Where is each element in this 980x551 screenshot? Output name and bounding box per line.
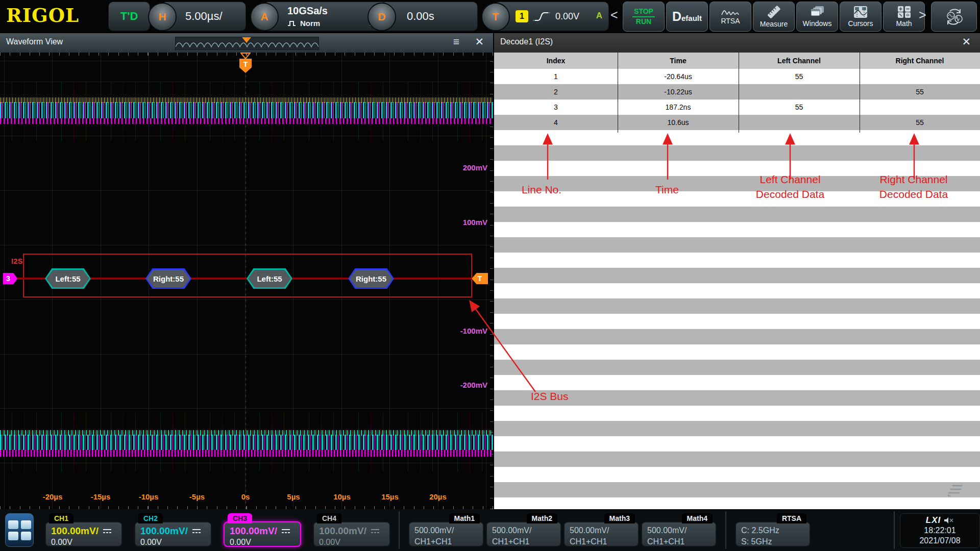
- cell-index: 4: [494, 115, 618, 130]
- table-row[interactable]: 1 -20.64us 55: [494, 69, 980, 84]
- waveform-title: Waveform View: [6, 37, 63, 46]
- column-separator: [739, 53, 739, 133]
- dc-coupling-icon: [192, 529, 201, 534]
- nav-right-chevron[interactable]: >: [919, 8, 926, 22]
- close-icon[interactable]: ✕: [475, 36, 484, 48]
- annotation-i2s-bus: I2S Bus: [531, 389, 607, 404]
- i2s-packet-right: Right:55: [145, 268, 191, 289]
- timebase-trigger-marker[interactable]: [242, 37, 251, 43]
- decode-header: Decode1 (I2S) ✕: [494, 33, 980, 53]
- i2s-packet-right: Right:55: [348, 268, 394, 289]
- bus-source-marker[interactable]: 3: [3, 273, 17, 284]
- channel-tab: CH2: [138, 513, 163, 523]
- acquire-mode-label: Norm: [300, 19, 320, 28]
- time-label: -20µs: [36, 492, 69, 501]
- i2s-bus-highlight-rect: [23, 254, 472, 297]
- column-header: Right Channel: [860, 53, 980, 69]
- mode-switch-button[interactable]: [931, 2, 977, 32]
- time-label: 10µs: [326, 492, 358, 501]
- trigger-source-badge: 1: [516, 10, 528, 22]
- time-label: -15µs: [84, 492, 117, 501]
- trigger-level-value: 0.00V: [555, 2, 579, 31]
- math-block-math1[interactable]: Math1 500.00mV/ CH1+CH1: [408, 513, 484, 547]
- channel-block-ch4[interactable]: CH4 100.00mV/ 0.00V: [313, 513, 390, 547]
- timebase-overview-strip[interactable]: [175, 37, 319, 50]
- windows-icon: [810, 6, 825, 18]
- waveform-view-panel: Waveform View ≡ ✕ T 200mV: [0, 33, 493, 509]
- decode-column-header: Index Time Left Channel Right Channel: [494, 53, 980, 69]
- trigger-panel[interactable]: 1 0.00V A: [495, 2, 609, 31]
- measure-button[interactable]: Measure: [753, 2, 795, 32]
- table-row[interactable]: 2 -10.22us 55: [494, 84, 980, 99]
- app-grid-button[interactable]: [5, 513, 34, 547]
- run-label: RUN: [636, 17, 651, 26]
- cursors-icon: [853, 6, 868, 18]
- i2s-packet-left: Left:55: [45, 268, 91, 289]
- math-icon: [897, 6, 911, 18]
- system-status-block[interactable]: LXI 18:22:01 2021/07/08: [900, 513, 980, 548]
- default-label: D efault: [672, 9, 702, 24]
- run-stop-button[interactable]: STOP RUN: [623, 2, 665, 32]
- rtsa-button[interactable]: RTSA: [709, 2, 751, 32]
- oscilloscope-screen: RIGOL T'D H 5.00µs/ A 10GSa/s Norm 500kp…: [0, 0, 980, 551]
- channel-block-ch1[interactable]: CH1 100.00mV/ 0.00V: [45, 513, 122, 547]
- math-block-math2[interactable]: Math2 500.00mV/ CH1+CH1: [486, 513, 561, 547]
- math-tab: Math4: [682, 513, 713, 523]
- math-label: Math: [896, 19, 912, 28]
- channel-scale: 100.00mV/: [319, 525, 366, 537]
- rtsa-center-freq: C: 2.5GHz: [741, 525, 810, 536]
- math-block-math3[interactable]: Math3 500.00mV/ CH1+CH1: [564, 513, 639, 547]
- acquire-knob[interactable]: A: [250, 3, 279, 31]
- cell-right: [860, 69, 980, 84]
- channel-offset: 0.00V: [140, 538, 211, 547]
- menu-icon[interactable]: ≡: [453, 36, 459, 48]
- rtsa-block[interactable]: RTSA C: 2.5GHz S: 5GHz: [735, 513, 811, 547]
- table-row[interactable]: 4 10.6us 55: [494, 115, 980, 130]
- close-icon[interactable]: ✕: [962, 36, 971, 48]
- cell-left: 55: [739, 69, 860, 84]
- trigger-status-label: T'D: [120, 10, 138, 23]
- delay-knob-label: D: [378, 11, 385, 23]
- math-scale: 500.00mV/: [647, 525, 716, 536]
- math-scale: 500.00mV/: [414, 525, 483, 536]
- i2s-packet-left: Left:55: [247, 268, 292, 289]
- trigger-sweep-mode: A: [596, 11, 602, 21]
- delay-knob[interactable]: D: [368, 3, 396, 31]
- windows-label: Windows: [803, 19, 832, 28]
- waveform-grid[interactable]: T 200mV 100mV -100mV -200mV I2S Left:55 …: [0, 53, 493, 509]
- cursors-button[interactable]: Cursors: [840, 2, 881, 32]
- i2s-packet-value: Left:55: [248, 270, 291, 287]
- channel-tab: CH4: [317, 513, 341, 523]
- channel-block-ch3-selected[interactable]: CH3 100.00mV/ 0.00V: [224, 513, 301, 547]
- trigger-position-flag[interactable]: T: [239, 59, 252, 73]
- math-tab: Math1: [449, 513, 480, 523]
- time-label: -5µs: [181, 492, 213, 501]
- spectrum-icon: [721, 8, 740, 16]
- decode-table-body: 1 -20.64us 55 2 -10.22us 55 3 187.2ns 55…: [494, 69, 980, 509]
- speaker-mute-icon: [944, 517, 954, 524]
- channel-block-ch2[interactable]: CH2 100.00mV/ 0.00V: [134, 513, 212, 547]
- dc-coupling-icon: [103, 529, 112, 534]
- system-date: 2021/07/08: [900, 536, 979, 546]
- math-source: CH1+CH1: [492, 536, 560, 547]
- horizontal-knob[interactable]: H: [148, 3, 177, 31]
- nav-left-chevron[interactable]: <: [610, 8, 618, 22]
- waveform-trace-band-bottom: [0, 430, 493, 457]
- bus-trigger-level-marker[interactable]: T: [472, 273, 488, 284]
- bottom-bar: CH1 100.00mV/ 0.00V CH2 100.00mV/ 0.00V …: [0, 509, 980, 551]
- horizontal-scale-value: 5.00µs/: [185, 2, 223, 31]
- acquire-mode: Norm: [287, 19, 320, 28]
- windows-button[interactable]: Windows: [796, 2, 838, 32]
- math-source: CH1+CH1: [414, 536, 483, 547]
- rtsa-label: RTSA: [721, 17, 740, 25]
- scroll-list-icon[interactable]: [946, 482, 965, 496]
- default-button[interactable]: D efault: [666, 2, 708, 32]
- time-label: 20µs: [422, 492, 454, 501]
- i2s-bus-label: I2S: [11, 257, 23, 265]
- trigger-knob[interactable]: T: [481, 3, 510, 31]
- column-separator: [618, 53, 618, 133]
- ruler-icon: [766, 6, 781, 19]
- math-block-math4[interactable]: Math4 500.00mV/ CH1+CH1: [641, 513, 717, 547]
- table-row[interactable]: 3 187.2ns 55: [494, 99, 980, 115]
- decode-title: Decode1 (I2S): [500, 37, 553, 46]
